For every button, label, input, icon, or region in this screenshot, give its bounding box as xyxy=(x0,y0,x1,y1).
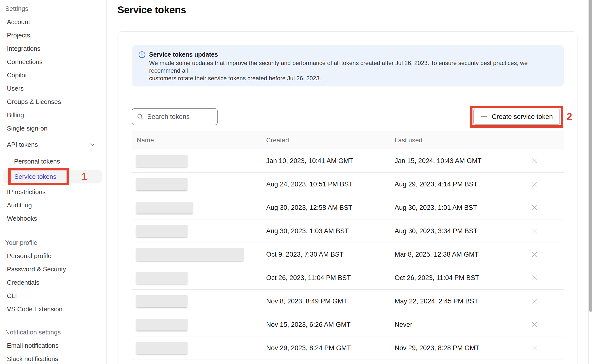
delete-token-button[interactable] xyxy=(531,298,538,305)
sidebar-item-api-tokens[interactable]: API tokens xyxy=(0,138,106,151)
service-tokens-link[interactable]: Service tokens xyxy=(14,173,56,181)
token-name-redacted xyxy=(136,272,188,284)
close-icon xyxy=(531,321,538,328)
sidebar-item-ip-restrictions[interactable]: IP restrictions xyxy=(0,185,106,199)
scrollbar-thumb[interactable] xyxy=(589,0,592,312)
delete-token-button[interactable] xyxy=(531,204,538,211)
page-title: Service tokens xyxy=(118,4,186,16)
delete-token-button[interactable] xyxy=(531,321,538,328)
sidebar-section-settings: Settings xyxy=(0,2,106,15)
sidebar-item-integrations[interactable]: Integrations xyxy=(0,42,106,55)
close-icon xyxy=(531,181,538,188)
create-service-token-button[interactable]: Create service token xyxy=(473,109,560,125)
info-banner: Service tokens updates We made some upda… xyxy=(132,45,564,86)
table-row: Jan 10, 2023, 10:41 AM GMT Jan 15, 2024,… xyxy=(132,149,564,173)
token-name-redacted xyxy=(136,225,188,237)
token-created-cell: Aug 24, 2023, 10:51 PM BST xyxy=(266,181,395,188)
annotation-step-2: 2 xyxy=(566,111,572,123)
annotation-box-1: Service tokens xyxy=(8,168,69,185)
sidebar-item-billing[interactable]: Billing xyxy=(0,108,106,122)
delete-token-button[interactable] xyxy=(531,227,538,235)
close-icon xyxy=(531,344,538,352)
token-name-redacted xyxy=(136,178,188,190)
token-name-redacted xyxy=(136,155,188,167)
sidebar-item-credentials[interactable]: Credentials xyxy=(0,276,106,289)
close-icon xyxy=(531,298,538,305)
sidebar-item-password-security[interactable]: Password & Security xyxy=(0,263,106,276)
sidebar-item-account[interactable]: Account xyxy=(0,15,106,29)
close-icon xyxy=(531,157,538,165)
table-row: Nov 8, 2023, 8:49 PM GMT May 22, 2024, 2… xyxy=(132,290,564,313)
token-name-redacted xyxy=(136,248,244,261)
sidebar-item-connections[interactable]: Connections xyxy=(0,55,106,68)
token-name-redacted xyxy=(136,295,188,307)
token-name-redacted xyxy=(136,202,193,214)
close-icon xyxy=(531,274,538,281)
token-last-used-cell: Never xyxy=(395,321,529,329)
sidebar-section-notification-settings: Notification settings xyxy=(0,326,106,339)
token-last-used-cell: Aug 30, 2023, 3:34 PM BST xyxy=(395,227,529,235)
token-last-used-cell: Nov 29, 2023, 8:28 PM GMT xyxy=(395,344,529,352)
token-name-redacted xyxy=(136,342,188,354)
sidebar-item-projects[interactable]: Projects xyxy=(0,29,106,42)
token-name-redacted xyxy=(136,319,188,331)
sidebar-item-groups-licenses[interactable]: Groups & Licenses xyxy=(0,95,106,108)
token-last-used-cell: Jan 15, 2024, 10:43 AM GMT xyxy=(395,157,529,165)
banner-title: Service tokens updates xyxy=(149,50,557,58)
sidebar-item-audit-log[interactable]: Audit log xyxy=(0,199,106,212)
table-toolbar: Create service token 2 xyxy=(132,106,563,127)
sidebar-item-single-sign-on[interactable]: Single sign-on xyxy=(0,122,106,135)
delete-token-button[interactable] xyxy=(531,157,538,165)
sidebar-item-email-notifications[interactable]: Email notifications xyxy=(0,339,106,352)
token-last-used-cell: Mar 8, 2025, 12:38 AM GMT xyxy=(395,251,529,258)
close-icon xyxy=(531,227,538,235)
search-tokens-box[interactable] xyxy=(132,108,218,125)
table-row: Aug 30, 2023, 1:03 AM BST Aug 30, 2023, … xyxy=(132,219,564,243)
sidebar-item-personal-tokens[interactable]: Personal tokens xyxy=(0,155,106,168)
banner-body-line1: We made some updates that improve the se… xyxy=(149,59,557,74)
sidebar-item-copilot[interactable]: Copilot xyxy=(0,68,106,82)
table-row: Oct 9, 2023, 7:30 AM BST Mar 8, 2025, 12… xyxy=(132,243,564,266)
table-header-row: Name Created Last used xyxy=(132,131,564,149)
plus-icon xyxy=(480,113,488,120)
search-icon xyxy=(137,113,144,120)
service-tokens-panel: Service tokens updates We made some upda… xyxy=(118,31,577,364)
settings-screen: Settings Account Projects Integrations C… xyxy=(0,0,592,364)
main-content: Service tokens Service tokens updates We… xyxy=(107,0,592,364)
api-tokens-label: API tokens xyxy=(7,138,38,151)
sidebar-item-users[interactable]: Users xyxy=(0,82,106,95)
info-icon xyxy=(138,51,146,59)
close-icon xyxy=(531,251,538,258)
delete-token-button[interactable] xyxy=(531,274,538,281)
column-header-name: Name xyxy=(132,136,266,144)
sidebar-item-slack-notifications[interactable]: Slack notifications xyxy=(0,352,106,364)
delete-token-button[interactable] xyxy=(531,181,538,188)
banner-body-line2: customers rotate their service tokens cr… xyxy=(149,74,557,82)
sidebar-item-cli[interactable]: CLI xyxy=(0,289,106,302)
delete-token-button[interactable] xyxy=(531,344,538,352)
token-last-used-cell: Aug 30, 2023, 1:01 AM BST xyxy=(395,204,529,212)
annotation-step-1: 1 xyxy=(81,171,87,182)
sidebar-item-webhooks[interactable]: Webhooks xyxy=(0,212,106,225)
token-created-cell: Nov 8, 2023, 8:49 PM GMT xyxy=(266,298,395,305)
sidebar-section-your-profile: Your profile xyxy=(0,236,106,249)
column-header-created: Created xyxy=(266,136,395,144)
table-row: Aug 24, 2023, 10:51 PM BST Aug 29, 2023,… xyxy=(132,173,564,196)
sidebar-item-service-tokens[interactable]: Service tokens 1 xyxy=(0,168,106,185)
token-created-cell: Jan 10, 2023, 10:41 AM GMT xyxy=(266,157,395,165)
banner-text: Service tokens updates We made some upda… xyxy=(149,50,557,82)
service-tokens-table: Name Created Last used Jan 10, 2023, 10:… xyxy=(132,131,564,364)
sidebar-item-personal-profile[interactable]: Personal profile xyxy=(0,249,106,263)
search-input[interactable] xyxy=(147,113,207,121)
chevron-down-icon xyxy=(89,141,96,148)
table-row: Nov 29, 2023, 8:24 PM GMT Nov 29, 2023, … xyxy=(132,336,564,360)
sidebar-item-vs-code-extension[interactable]: VS Code Extension xyxy=(0,302,106,316)
table-row: Nov 29, 2023, 8:29 PM GMT Nov 29, 2023, … xyxy=(132,360,564,364)
close-icon xyxy=(531,204,538,211)
column-header-last-used: Last used xyxy=(395,136,529,144)
token-created-cell: Aug 30, 2023, 1:03 AM BST xyxy=(266,227,395,235)
create-button-label: Create service token xyxy=(492,113,553,121)
create-token-annotated: Create service token 2 xyxy=(470,106,563,128)
page-header: Service tokens xyxy=(107,0,592,20)
delete-token-button[interactable] xyxy=(531,251,538,258)
